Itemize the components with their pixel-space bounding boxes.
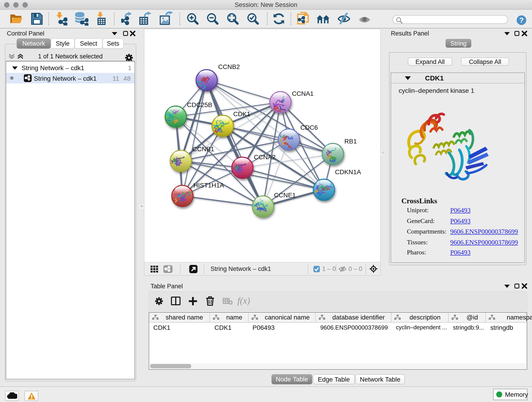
svg-text:CDKN1A: CDKN1A: [335, 168, 361, 176]
svg-text:CDK1: CDK1: [233, 110, 250, 118]
svg-text:CDC6: CDC6: [300, 124, 318, 131]
svg-text:CCNA2: CCNA2: [254, 153, 276, 161]
svg-text:CCNB2: CCNB2: [218, 63, 240, 70]
svg-text:CCNB1: CCNB1: [192, 146, 214, 153]
svg-text:HIST1H1A: HIST1H1A: [193, 182, 224, 189]
svg-text:?: ?: [519, 16, 524, 24]
svg-text:CCNA1: CCNA1: [292, 90, 314, 97]
svg-text:RB1: RB1: [344, 138, 357, 145]
svg-text:CDC25B: CDC25B: [187, 101, 212, 108]
svg-text:CCNE1: CCNE1: [274, 191, 296, 199]
